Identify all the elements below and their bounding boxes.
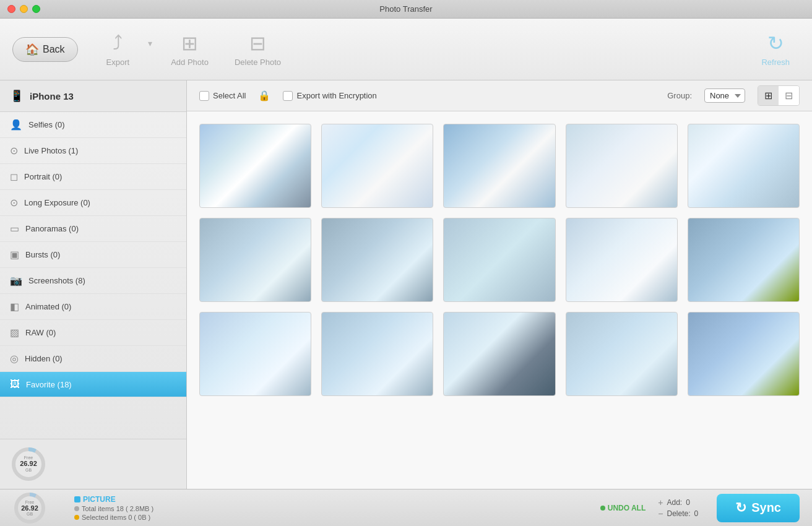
animated-label: Animated (0) <box>25 302 71 311</box>
back-button[interactable]: 🏠 Back <box>12 37 78 62</box>
status-right: UNDO ALL + Add: 0 − Delete: 0 ↻ Sync <box>600 494 800 522</box>
add-photo-icon: ⊞ <box>181 32 198 55</box>
hidden-icon: ◎ <box>10 353 19 364</box>
sidebar-item-favorite[interactable]: 🖼 Favorite (18) <box>0 372 186 397</box>
photo-cell[interactable] <box>688 312 800 396</box>
back-button-label: Back <box>43 44 65 55</box>
select-all-checkbox[interactable]: Select All <box>199 91 246 101</box>
group-label: Group: <box>667 91 692 100</box>
total-dot <box>74 506 79 511</box>
sidebar-item-animated[interactable]: ◧ Animated (0) <box>0 294 186 320</box>
sidebar-item-panoramas[interactable]: ▭ Panoramas (0) <box>0 216 186 242</box>
delete-photo-icon: ⊟ <box>249 32 266 55</box>
photo-cell[interactable] <box>321 124 433 208</box>
panoramas-label: Panoramas (0) <box>25 224 79 233</box>
add-photo-button[interactable]: ⊞ Add Photo <box>161 27 218 72</box>
window-controls[interactable] <box>7 5 40 13</box>
photo-cell[interactable] <box>566 312 678 396</box>
home-icon: 🏠 <box>25 43 39 56</box>
storage-free-label: Free <box>20 455 37 460</box>
picture-label: PICTURE <box>83 495 116 504</box>
long-exposure-icon: ⊙ <box>10 197 18 209</box>
photo-cell[interactable] <box>199 218 311 302</box>
select-all-box[interactable] <box>199 91 209 101</box>
sidebar-item-bursts[interactable]: ▣ Bursts (0) <box>0 242 186 268</box>
view-toggle-group: ⊞ ⊟ <box>758 85 800 106</box>
photo-grid <box>187 111 812 489</box>
list-view-button[interactable]: ⊟ <box>779 86 799 105</box>
storage-unit: GB <box>20 468 37 473</box>
picture-dot <box>74 496 80 502</box>
sidebar-item-hidden[interactable]: ◎ Hidden (0) <box>0 346 186 372</box>
window-title: Photo Transfer <box>379 4 432 14</box>
add-label: Add: <box>667 498 682 507</box>
photo-cell[interactable] <box>443 218 555 302</box>
content-area: Select All 🔒 Export with Encryption Grou… <box>187 80 812 489</box>
favorite-label: Favorite (18) <box>26 380 72 389</box>
selfies-label: Selfies (0) <box>28 120 65 129</box>
minimize-button[interactable] <box>20 5 28 13</box>
raw-icon: ▨ <box>10 327 19 338</box>
selfies-icon: 👤 <box>10 119 22 131</box>
photo-cell[interactable] <box>321 312 433 396</box>
refresh-button[interactable]: ↻ Refresh <box>751 27 800 72</box>
add-value: 0 <box>686 498 690 507</box>
photo-cell[interactable] <box>321 218 433 302</box>
selected-dot <box>74 515 79 520</box>
device-name: iPhone 13 <box>30 91 74 101</box>
sync-button[interactable]: ↻ Sync <box>717 494 800 522</box>
status-storage-amount: 26.92 <box>21 504 38 512</box>
refresh-label: Refresh <box>761 58 790 67</box>
sync-icon: ↻ <box>735 500 746 516</box>
photo-cell[interactable] <box>199 124 311 208</box>
hidden-label: Hidden (0) <box>25 354 63 363</box>
undo-all-label: UNDO ALL <box>608 504 646 512</box>
toolbar: 🏠 Back ⤴ Export ▾ ⊞ Add Photo ⊟ Delete P… <box>0 19 812 80</box>
photo-cell[interactable] <box>688 218 800 302</box>
photo-cell[interactable] <box>566 124 678 208</box>
photo-cell[interactable] <box>199 312 311 396</box>
sidebar-item-screenshots[interactable]: 📷 Screenshots (8) <box>0 268 186 294</box>
screenshots-icon: 📷 <box>10 275 22 287</box>
filter-bar: Select All 🔒 Export with Encryption Grou… <box>187 80 812 111</box>
grid-view-button[interactable]: ⊞ <box>758 86 779 105</box>
export-icon: ⤴ <box>113 32 123 55</box>
maximize-button[interactable] <box>32 5 40 13</box>
export-encryption-label: Export with Encryption <box>296 91 376 100</box>
delete-value: 0 <box>694 509 699 518</box>
sidebar-list: 👤 Selfies (0) ⊙ Live Photos (1) ◻ Portra… <box>0 112 186 439</box>
add-photo-label: Add Photo <box>171 58 209 67</box>
sidebar-item-selfies[interactable]: 👤 Selfies (0) <box>0 112 186 138</box>
animated-icon: ◧ <box>10 301 19 313</box>
undo-all-button[interactable]: UNDO ALL <box>600 504 646 512</box>
chevron-down-icon: ▾ <box>148 38 152 48</box>
photo-cell[interactable] <box>688 124 800 208</box>
portrait-icon: ◻ <box>10 171 18 183</box>
status-free-label: Free <box>21 500 38 504</box>
export-label: Export <box>106 58 130 67</box>
sidebar-item-live-photos[interactable]: ⊙ Live Photos (1) <box>0 138 186 164</box>
picture-status: PICTURE Total items 18 ( 2.8MB ) Selecte… <box>74 495 153 521</box>
status-storage-unit: GB <box>21 512 38 516</box>
photo-cell[interactable] <box>443 312 555 396</box>
group-select[interactable]: None Date Type <box>704 88 745 103</box>
lock-icon: 🔒 <box>258 90 270 101</box>
sidebar: 📱 iPhone 13 👤 Selfies (0) ⊙ Live Photos … <box>0 80 187 489</box>
photo-cell[interactable] <box>566 218 678 302</box>
sidebar-item-raw[interactable]: ▨ RAW (0) <box>0 320 186 346</box>
portrait-label: Portrait (0) <box>24 172 62 181</box>
export-dropdown[interactable]: ▾ <box>145 45 155 54</box>
status-storage-donut: Free 26.92 GB <box>12 491 47 525</box>
photo-cell[interactable] <box>443 124 555 208</box>
title-bar: Photo Transfer <box>0 0 812 19</box>
close-button[interactable] <box>7 5 15 13</box>
sidebar-item-portrait[interactable]: ◻ Portrait (0) <box>0 164 186 190</box>
sidebar-item-long-exposure[interactable]: ⊙ Long Exposure (0) <box>0 190 186 216</box>
export-button[interactable]: ⤴ Export <box>97 27 140 72</box>
live-photos-label: Live Photos (1) <box>24 146 78 155</box>
refresh-icon: ↻ <box>767 32 784 55</box>
export-encryption-checkbox[interactable]: Export with Encryption <box>283 91 376 101</box>
storage-indicator: Free 26.92 GB <box>10 446 47 483</box>
delete-photo-button[interactable]: ⊟ Delete Photo <box>225 27 291 72</box>
encryption-box[interactable] <box>283 91 293 101</box>
